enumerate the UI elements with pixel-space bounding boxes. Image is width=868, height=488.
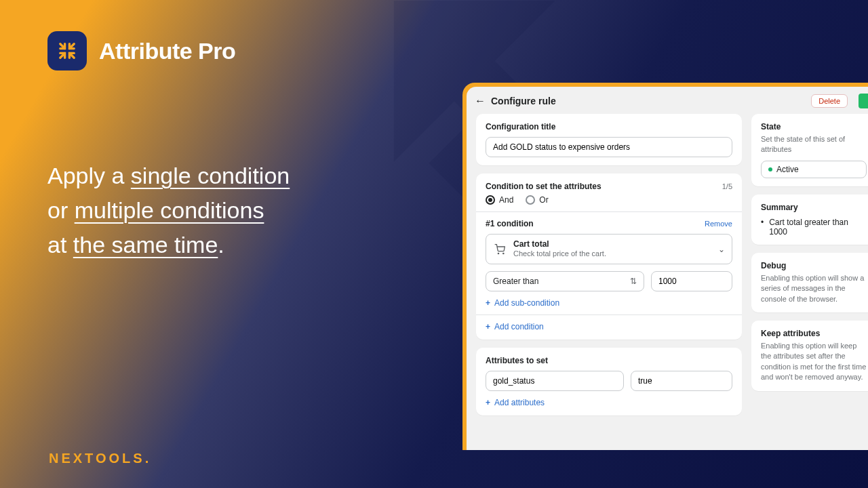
- operator-select[interactable]: Greater than ⇅: [486, 271, 644, 291]
- plus-icon: +: [486, 298, 490, 308]
- attributes-card: Attributes to set +Add attributes: [476, 348, 742, 415]
- plus-icon: +: [486, 322, 490, 331]
- back-arrow-icon[interactable]: ←: [475, 95, 486, 107]
- condition-type-title: Cart total: [513, 239, 606, 249]
- link-label: Add sub-condition: [494, 298, 559, 308]
- state-card: State Set the state of this set of attri…: [751, 114, 868, 186]
- add-sub-condition-link[interactable]: +Add sub-condition: [486, 298, 559, 308]
- add-attributes-link[interactable]: +Add attributes: [486, 398, 545, 407]
- debug-card: Debug Enabling this option will show a s…: [751, 253, 868, 312]
- keep-attributes-card: Keep attributes Enabling this option wil…: [751, 321, 868, 391]
- headline-underline: multiple conditions: [75, 197, 264, 223]
- select-caret-icon: ⇅: [630, 277, 637, 286]
- headline-text: .: [218, 232, 224, 258]
- app-icon: [47, 31, 87, 70]
- summary-card: Summary Cart total greater than 1000: [751, 195, 868, 245]
- headline-text: at: [47, 232, 73, 258]
- keep-title: Keep attributes: [761, 329, 867, 338]
- link-label: Add condition: [494, 322, 544, 331]
- app-panel: ← Configure rule Delete Configuration ti…: [467, 87, 868, 450]
- link-label: Add attributes: [494, 398, 545, 407]
- promo-area: Attribute Pro Apply a single condition o…: [47, 31, 427, 262]
- avatar[interactable]: [859, 94, 868, 108]
- condition-number: #1 condition: [486, 219, 534, 228]
- remove-condition-link[interactable]: Remove: [705, 220, 732, 228]
- status-dot-icon: [768, 167, 772, 171]
- operator-value: Greater than: [493, 277, 538, 286]
- headline-underline: the same time: [73, 232, 218, 258]
- chevron-down-icon: ⌄: [718, 245, 725, 254]
- page-title: Configure rule: [491, 96, 806, 106]
- attribute-key-input[interactable]: [486, 371, 624, 391]
- headline: Apply a single condition or multiple con…: [47, 159, 427, 262]
- brand-logo: NEXTOOLS.: [49, 451, 151, 466]
- config-title-card: Configuration title: [476, 114, 742, 165]
- state-select[interactable]: Active: [761, 161, 867, 178]
- debug-title: Debug: [761, 261, 867, 270]
- state-value: Active: [776, 165, 799, 174]
- conditions-header: Condition to set the attributes: [486, 182, 601, 191]
- svg-point-1: [503, 253, 504, 253]
- condition-type-select[interactable]: Cart total Check total price of the cart…: [486, 234, 732, 264]
- attributes-header: Attributes to set: [486, 356, 732, 365]
- summary-title: Summary: [761, 203, 867, 212]
- headline-underline: single condition: [131, 163, 290, 188]
- app-panel-frame: ← Configure rule Delete Configuration ti…: [462, 83, 868, 450]
- summary-item: Cart total greater than 1000: [761, 218, 867, 237]
- config-title-label: Configuration title: [486, 122, 732, 131]
- radio-label: And: [499, 195, 513, 205]
- svg-point-0: [498, 253, 498, 253]
- debug-desc: Enabling this option will show a series …: [761, 273, 867, 304]
- add-condition-link[interactable]: +Add condition: [486, 322, 544, 331]
- state-desc: Set the state of this set of attributes: [761, 134, 867, 155]
- cart-icon: [493, 243, 507, 256]
- headline-text: or: [47, 197, 75, 223]
- plus-icon: +: [486, 398, 490, 407]
- conditions-card: Condition to set the attributes 1/5 And …: [476, 174, 742, 340]
- condition-value-input[interactable]: [651, 271, 732, 291]
- headline-text: Apply a: [47, 163, 131, 188]
- radio-label: Or: [539, 195, 548, 205]
- state-title: State: [761, 122, 867, 131]
- attribute-value-input[interactable]: [631, 371, 732, 391]
- logic-and-radio[interactable]: And: [486, 195, 513, 205]
- radio-dot-icon: [526, 195, 535, 205]
- config-title-input[interactable]: [486, 137, 732, 157]
- conditions-count: 1/5: [722, 182, 732, 190]
- logic-or-radio[interactable]: Or: [526, 195, 548, 205]
- condition-type-desc: Check total price of the cart.: [513, 249, 606, 259]
- app-name: Attribute Pro: [99, 38, 235, 64]
- delete-button[interactable]: Delete: [811, 94, 848, 108]
- keep-desc: Enabling this option will keep the attri…: [761, 341, 867, 383]
- radio-dot-icon: [486, 195, 495, 205]
- topbar: ← Configure rule Delete: [467, 87, 868, 114]
